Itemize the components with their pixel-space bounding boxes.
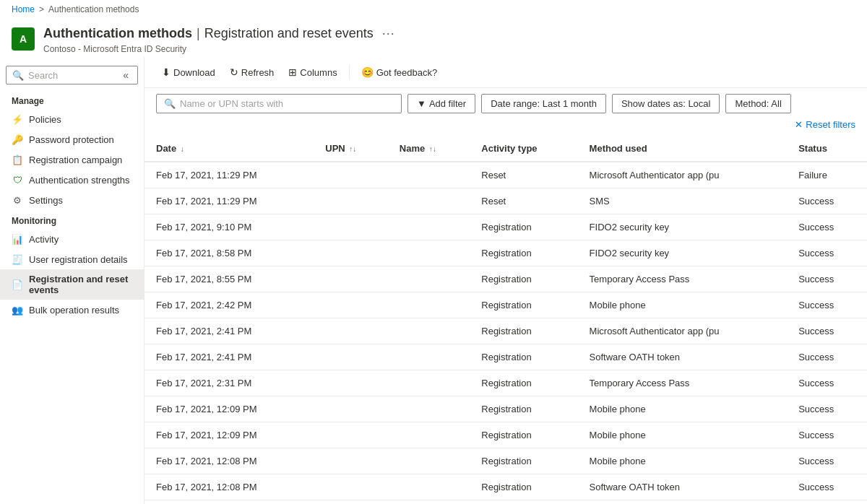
cell-date: Feb 17, 2021, 8:55 PM <box>144 266 314 292</box>
sidebar-item-activity[interactable]: 📊 Activity <box>0 229 144 249</box>
sort-name-icon: ↑↓ <box>429 145 436 153</box>
cell-activity-type: Registration <box>470 214 577 240</box>
sidebar-item-password-protection[interactable]: 🔑 Password protection <box>0 129 144 149</box>
date-range-filter[interactable]: Date range: Last 1 month <box>481 94 606 113</box>
table-row[interactable]: Feb 17, 2021, 8:58 PM Registration FIDO2… <box>144 240 867 266</box>
cell-method-used: Microsoft Authenticator app (pu <box>578 500 788 505</box>
cell-method-used: Microsoft Authenticator app (pu <box>578 318 788 344</box>
cell-activity-type: Registration <box>470 344 577 370</box>
cell-activity-type: Registration <box>470 292 577 318</box>
sidebar-item-label: Activity <box>29 234 59 245</box>
col-date[interactable]: Date ↓ <box>144 136 314 162</box>
sidebar-item-label: Bulk operation results <box>29 305 119 316</box>
filter-search-input[interactable] <box>180 98 394 109</box>
table-container: Date ↓ UPN ↑↓ Name ↑↓ Activity type <box>144 136 867 504</box>
sidebar-item-registration-campaign[interactable]: 📋 Registration campaign <box>0 149 144 170</box>
userreg-icon: 🧾 <box>12 253 23 265</box>
breadcrumb-home[interactable]: Home <box>12 4 35 14</box>
col-name[interactable]: Name ↑↓ <box>388 136 470 162</box>
cell-upn <box>314 292 388 318</box>
table-row[interactable]: Feb 17, 2021, 12:08 PM Registration Micr… <box>144 500 867 505</box>
cell-date: Feb 17, 2021, 11:29 PM <box>144 162 314 188</box>
cell-method-used: Microsoft Authenticator app (pu <box>578 162 788 188</box>
cell-date: Feb 17, 2021, 2:31 PM <box>144 370 314 396</box>
table-row[interactable]: Feb 17, 2021, 11:29 PM Reset Microsoft A… <box>144 162 867 188</box>
cell-upn <box>314 396 388 422</box>
sidebar-manage-label: Manage <box>0 90 144 109</box>
cell-activity-type: Registration <box>470 266 577 292</box>
table-row[interactable]: Feb 17, 2021, 12:08 PM Registration Mobi… <box>144 448 867 474</box>
download-icon: ⬇ <box>162 66 171 78</box>
table-row[interactable]: Feb 17, 2021, 12:09 PM Registration Mobi… <box>144 396 867 422</box>
add-filter-button[interactable]: ▼ Add filter <box>407 94 475 113</box>
feedback-button[interactable]: 😊 Got feedback? <box>355 63 444 82</box>
reset-filters-button[interactable]: ✕ Reset filters <box>795 119 855 130</box>
cell-method-used: Temporary Access Pass <box>578 370 788 396</box>
regcamp-icon: 📋 <box>12 154 23 165</box>
table-row[interactable]: Feb 17, 2021, 12:08 PM Registration Soft… <box>144 474 867 500</box>
table-row[interactable]: Feb 17, 2021, 11:29 PM Reset SMS Success <box>144 188 867 214</box>
sidebar-monitoring-label: Monitoring <box>0 210 144 229</box>
header-divider: | <box>197 26 200 41</box>
sidebar-item-authentication-strengths[interactable]: 🛡 Authentication strengths <box>0 170 144 190</box>
method-filter[interactable]: Method: All <box>725 94 790 113</box>
refresh-button[interactable]: ↻ Refresh <box>224 63 280 82</box>
cell-method-used: Software OATH token <box>578 474 788 500</box>
breadcrumb-current: Authentication methods <box>48 4 139 14</box>
search-box[interactable]: 🔍 « <box>6 66 138 84</box>
table-row[interactable]: Feb 17, 2021, 2:31 PM Registration Tempo… <box>144 370 867 396</box>
cell-status: Success <box>787 396 867 422</box>
feedback-icon: 😊 <box>361 66 374 78</box>
table-row[interactable]: Feb 17, 2021, 2:41 PM Registration Micro… <box>144 318 867 344</box>
download-button[interactable]: ⬇ Download <box>156 63 221 82</box>
sidebar-item-label: Registration campaign <box>29 155 122 165</box>
cell-name <box>388 292 470 318</box>
toolbar: ⬇ Download ↻ Refresh ⊞ Columns 😊 Got fee… <box>144 57 867 88</box>
activity-icon: 📊 <box>12 233 23 245</box>
sidebar-item-settings[interactable]: ⚙ Settings <box>0 190 144 210</box>
cell-status: Success <box>787 318 867 344</box>
sidebar-item-label: Password protection <box>29 134 114 145</box>
sidebar-item-label: Settings <box>29 195 63 206</box>
cell-status: Success <box>787 188 867 214</box>
columns-button[interactable]: ⊞ Columns <box>282 63 342 82</box>
cell-method-used: SMS <box>578 188 788 214</box>
filter-search-box[interactable]: 🔍 <box>156 94 402 113</box>
cell-method-used: FIDO2 security key <box>578 214 788 240</box>
cell-date: Feb 17, 2021, 12:08 PM <box>144 448 314 474</box>
sidebar-item-registration-and-reset-events[interactable]: 📄 Registration and reset events <box>0 269 144 300</box>
app-icon: A <box>12 27 35 51</box>
header-title-block: Authentication methods | Registration an… <box>43 23 400 54</box>
authstrength-icon: 🛡 <box>12 174 23 186</box>
table-row[interactable]: Feb 17, 2021, 9:10 PM Registration FIDO2… <box>144 214 867 240</box>
cell-name <box>388 474 470 500</box>
show-dates-filter[interactable]: Show dates as: Local <box>612 94 720 113</box>
cell-name <box>388 422 470 448</box>
cell-upn <box>314 214 388 240</box>
cell-date: Feb 17, 2021, 2:41 PM <box>144 344 314 370</box>
cell-status: Success <box>787 266 867 292</box>
col-method-used[interactable]: Method used <box>578 136 788 162</box>
filter-search-icon: 🔍 <box>164 98 176 109</box>
sidebar-item-policies[interactable]: ⚡ Policies <box>0 109 144 129</box>
cell-activity-type: Registration <box>470 396 577 422</box>
table-row[interactable]: Feb 17, 2021, 2:41 PM Registration Softw… <box>144 344 867 370</box>
cell-activity-type: Registration <box>470 318 577 344</box>
cell-upn <box>314 422 388 448</box>
ellipsis-menu-button[interactable]: ··· <box>378 23 400 44</box>
col-upn[interactable]: UPN ↑↓ <box>314 136 388 162</box>
col-status[interactable]: Status <box>787 136 867 162</box>
sidebar-item-bulk-operation-results[interactable]: 👥 Bulk operation results <box>0 300 144 320</box>
sidebar-item-user-registration-details[interactable]: 🧾 User registration details <box>0 249 144 269</box>
password-icon: 🔑 <box>12 134 23 145</box>
table-row[interactable]: Feb 17, 2021, 12:09 PM Registration Mobi… <box>144 422 867 448</box>
col-activity-type[interactable]: Activity type <box>470 136 577 162</box>
cell-method-used: FIDO2 security key <box>578 240 788 266</box>
cell-activity-type: Registration <box>470 370 577 396</box>
table-row[interactable]: Feb 17, 2021, 2:42 PM Registration Mobil… <box>144 292 867 318</box>
cell-date: Feb 17, 2021, 2:42 PM <box>144 292 314 318</box>
table-row[interactable]: Feb 17, 2021, 8:55 PM Registration Tempo… <box>144 266 867 292</box>
cell-upn <box>314 474 388 500</box>
search-input[interactable] <box>28 70 116 81</box>
collapse-button[interactable]: « <box>120 69 131 81</box>
